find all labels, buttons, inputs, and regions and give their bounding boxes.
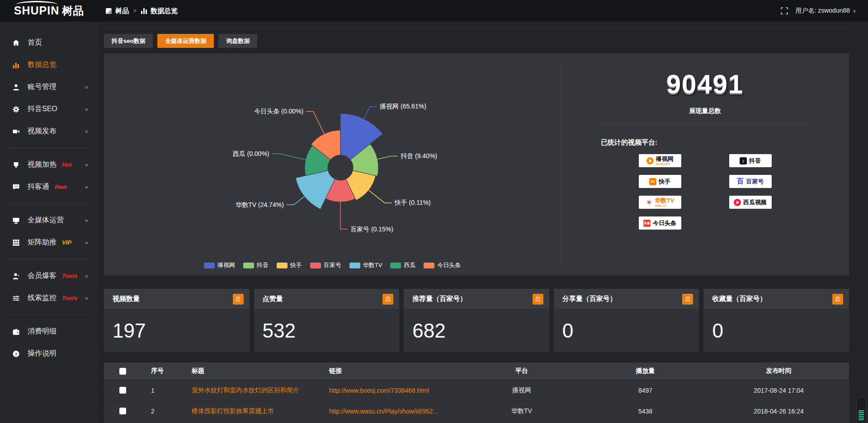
sidebar-item-video-heat[interactable]: 视频加热 Hot ∨ [0,154,98,176]
fullscreen-icon[interactable] [781,7,788,14]
card-label: 点赞量 [263,295,283,303]
platform-badge-xigua[interactable]: 西瓜视频 [729,196,772,209]
legend-item-今日头条[interactable]: 今日头条 [424,261,461,269]
pie-label: 西瓜 (0.00%) [233,150,269,157]
platform-name: 播视网 [656,156,674,162]
cell-title-link[interactable]: 楼体投影灯投影效果震撼上市 [178,407,323,415]
cell-url-link[interactable]: http://www.boosj.com/7338468.html [323,387,461,394]
tools-tag: Tools [62,295,77,301]
sidebar-item-accounts[interactable]: 账号管理 ∨ [0,76,98,98]
sidebar-item-label: 消费明细 [28,327,57,336]
card-value: 532 [254,310,400,342]
platform-badge-toutiao[interactable]: 头条 今日头条 [639,216,681,230]
cell-platform: 华数TV [461,407,582,415]
pie-slice-华数TV[interactable] [296,170,335,209]
chevron-down-icon: ∨ [84,129,89,134]
sidebar-item-spend-detail[interactable]: 消费明细 [0,320,98,343]
table-row: 1 室外水纹灯和室内水纹灯的区别和简介 http://www.boosj.com… [104,380,849,400]
platform-badge-baijiahao[interactable]: 百 百家号 [729,175,772,188]
total-badge[interactable]: 总 [533,294,543,305]
widget-stripes-icon [859,410,864,420]
username-label[interactable]: 用户名: zswodun88 ∨ [795,7,856,15]
cell-time: 2018-04-26 16:24 [708,408,849,415]
sidebar-item-label: 首页 [28,38,42,47]
platforms-title: 已统计的视频平台: [601,138,657,147]
cell-num: 2 [141,408,178,415]
tab-omni-media-data[interactable]: 全媒体运营数据 [157,34,214,48]
sidebar-item-help[interactable]: ? 操作说明 [0,343,98,365]
sidebar-item-label: 视频加热 [28,160,57,169]
platform-badge-boosj[interactable]: 播视网boosj.com [639,154,681,167]
cell-url-link[interactable]: http://www.wasu.cn/Play/show/id/952... [323,408,461,415]
username-prefix: 用户名: [795,7,816,14]
sidebar-item-douyin-seo[interactable]: 抖音SEO ∨ [0,98,98,120]
row-checkbox[interactable] [119,387,126,394]
wallet-icon [12,328,21,335]
sidebar-item-lead-monitor[interactable]: 线索监控 Tools ∨ [0,287,98,309]
platform-badge-kuaishou[interactable]: 96 快手 [639,175,681,188]
tab-inquiry-data[interactable]: 询盘数据 [218,34,257,48]
sidebar-item-label: 数据总览 [28,60,57,70]
platform-badge-douyin[interactable]: ♪ 抖音 [729,154,772,167]
legend-swatch [390,263,401,268]
cell-title-link[interactable]: 室外水纹灯和室内水纹灯的区别和简介 [178,386,323,395]
tab-douyin-seo-data[interactable]: 抖音seo数据 [104,34,153,48]
select-all-checkbox[interactable] [119,368,126,375]
main-content: 抖音seo数据 全媒体运营数据 询盘数据 播视网 (65.61%)抖音 (9.4… [98,22,868,423]
row-checkbox[interactable] [119,408,126,414]
rose-pie-chart: 播视网 (65.61%)抖音 (9.40%)快手 (0.11%)百家号 (0.1… [104,53,561,276]
legend-item-西瓜[interactable]: 西瓜 [390,261,415,269]
app-logo[interactable]: SHUPIN 树品 [0,4,98,18]
pie-chart-svg[interactable]: 播视网 (65.61%)抖音 (9.40%)快手 (0.11%)百家号 (0.1… [104,53,561,276]
sidebar-item-matrix-boost[interactable]: 矩阵助推 VIP ∨ [0,231,98,254]
platform-name: 今日头条 [653,219,676,227]
table-row: 2 楼体投影灯投影效果震撼上市 http://www.wasu.cn/Play/… [104,400,849,421]
legend-item-快手[interactable]: 快手 [277,261,302,269]
boosj-play-icon [646,157,654,164]
chevron-down-icon: ∨ [853,8,856,14]
sidebar-divider [8,315,90,315]
total-badge[interactable]: 总 [233,294,244,305]
chevron-down-icon: ∨ [84,107,89,112]
platform-name: 西瓜视频 [743,198,767,207]
xigua-play-icon [734,199,741,206]
table-header-row: 序号 标题 链接 平台 播放量 发布时间 [104,362,849,380]
floating-scroll-widget[interactable] [856,397,866,423]
pie-label: 抖音 (9.40%) [401,152,437,160]
breadcrumb: 树品 > 数据总览 [106,7,178,15]
breadcrumb-current[interactable]: 数据总览 [151,7,178,15]
chevron-down-icon: ∨ [84,273,89,278]
legend-item-抖音[interactable]: 抖音 [243,261,269,269]
sidebar-item-video-publish[interactable]: 视频发布 ∨ [0,120,98,142]
col-header-time: 发布时间 [708,367,849,375]
sidebar-item-label: 矩阵助推 [28,238,57,247]
chevron-down-icon: ∨ [84,218,89,223]
pie-label: 今日头条 (0.00%) [254,108,303,115]
sidebar-item-label: 会员爆客 [28,271,57,281]
legend-item-播视网[interactable]: 播视网 [204,261,235,269]
chart-legend: 播视网抖音快手百家号华数TV西瓜今日头条 [104,261,561,269]
card-video-count: 视频数量总 197 [104,289,250,352]
total-badge[interactable]: 总 [832,294,843,305]
legend-swatch [349,263,360,268]
sidebar-item-label: 抖音SEO [28,104,57,114]
sidebar-item-doketong[interactable]: 抖客通 New ∨ [0,176,98,198]
sidebar-item-member-burst[interactable]: 会员爆客 Tools ∨ [0,265,98,287]
sidebar-item-label: 操作说明 [28,349,57,358]
summary-section: 90491 展现量总数 已统计的视频平台: 播视网boosj.com 96 快手… [561,53,849,276]
breadcrumb-root[interactable]: 树品 [115,7,129,15]
total-badge[interactable]: 总 [682,294,693,305]
col-header-link: 链接 [323,367,461,375]
bar-chart-icon [141,8,147,14]
tools-tag: Tools [62,273,77,279]
legend-item-百家号[interactable]: 百家号 [310,261,341,269]
table-row-clipped [104,421,849,423]
platform-badge-wasu[interactable]: ✳ 华数TVwasu.cn [639,196,681,209]
total-badge[interactable]: 总 [382,294,393,305]
sidebar-item-home[interactable]: 首页 [0,32,98,54]
legend-swatch [204,263,215,268]
sidebar-item-omni-media[interactable]: 全媒体运营 ∨ [0,209,98,231]
legend-item-华数TV[interactable]: 华数TV [349,261,382,269]
sidebar-item-data-overview[interactable]: 数据总览 [0,54,98,76]
gear-icon [12,105,21,113]
